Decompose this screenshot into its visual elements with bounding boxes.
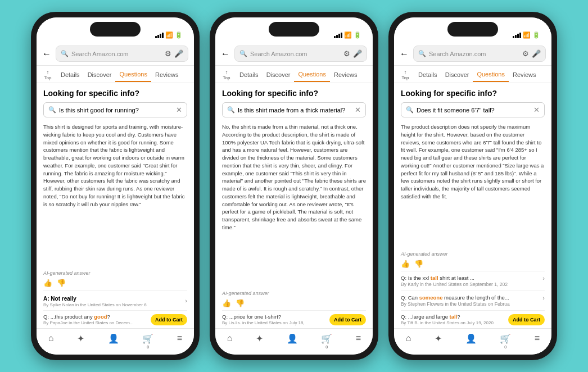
bottom-nav-3: ⌂ ✦ 👤 🛒 0 ≡ (394, 328, 551, 355)
nav-cart-3[interactable]: 🛒 0 (500, 333, 511, 349)
tab-discover-3[interactable]: Discover (441, 67, 473, 81)
settings-icon-2[interactable]: ⚙ (343, 49, 350, 58)
nav-home-1[interactable]: ⌂ (48, 333, 54, 349)
question-input-3[interactable]: 🔍 Does it fit someone 6'7" tall? ✕ (401, 102, 545, 117)
chevron-1[interactable]: › (185, 297, 187, 304)
tab-reviews-2[interactable]: Reviews (330, 67, 361, 81)
search-bar-1[interactable]: 🔍 Search Amazon.com ⚙ 🎤 (56, 46, 188, 62)
nav-profile-2[interactable]: 👤 (287, 333, 298, 349)
nav-star-2[interactable]: ✦ (256, 333, 263, 349)
content-area-1: Looking for specific info? 🔍 Is this shi… (37, 83, 194, 328)
phone-screen-1: 📶 🔋 ← 🔍 Search Amazon.com ⚙ 🎤 ↑ Top Det (37, 17, 194, 355)
star-icon-2: ✦ (256, 333, 263, 344)
star-icon-1: ✦ (77, 333, 84, 344)
nav-menu-1[interactable]: ≡ (177, 333, 182, 349)
tab-questions-2[interactable]: Questions (294, 66, 330, 82)
thumb-down-3[interactable]: 👎 (414, 260, 423, 268)
cart-icon-3: 🛒 (500, 333, 511, 344)
chevron-q2[interactable]: › (542, 294, 545, 301)
settings-icon-3[interactable]: ⚙ (522, 49, 529, 58)
phone-screen-3: 📶 🔋 ← 🔍 Search Amazon.com ⚙ 🎤 ↑ Top Deta… (394, 17, 551, 355)
thumb-up-3[interactable]: 👍 (401, 260, 410, 268)
nav-star-1[interactable]: ✦ (77, 333, 84, 349)
not-really-by-1: By Spike Nolan in the United States on N… (43, 302, 147, 307)
mic-icon-3[interactable]: 🎤 (532, 49, 541, 58)
profile-icon-1: 👤 (108, 333, 119, 344)
wifi-icon-3: 📶 (523, 31, 531, 39)
nav-menu-2[interactable]: ≡ (356, 333, 361, 349)
bottom-q-text-1: Q: ...this product any good? (43, 314, 147, 320)
home-icon-2: ⌂ (227, 333, 233, 343)
search-bar-3[interactable]: 🔍 Search Amazon.com ⚙ 🎤 (413, 46, 546, 62)
tab-top-3[interactable]: ↑ Top (396, 66, 414, 83)
tab-details-1[interactable]: Details (57, 67, 84, 81)
tab-top-1[interactable]: ↑ Top (39, 66, 57, 83)
signal-icon-3 (513, 33, 521, 38)
search-bar-2[interactable]: 🔍 Search Amazon.com ⚙ 🎤 (234, 46, 367, 62)
nav-star-3[interactable]: ✦ (435, 333, 442, 349)
add-to-cart-1[interactable]: Add to Cart (151, 314, 187, 325)
tab-discover-2[interactable]: Discover (263, 67, 295, 81)
tab-top-2[interactable]: ↑ Top (218, 66, 236, 83)
add-to-cart-3[interactable]: Add to Cart (508, 314, 545, 325)
search-text-1: Search Amazon.com (71, 51, 162, 57)
nav-profile-1[interactable]: 👤 (108, 333, 119, 349)
ai-label-3: AI-generated answer (401, 251, 545, 257)
highlight-someone: someone (419, 294, 443, 301)
nav-home-2[interactable]: ⌂ (227, 333, 233, 349)
section-title-2: Looking for specific info? (222, 89, 366, 98)
back-button-2[interactable]: ← (221, 49, 230, 59)
not-really-row-1: A: Not really By Spike Nolan in the Unit… (43, 290, 187, 310)
section-title-3: Looking for specific info? (401, 89, 545, 98)
highlight-good-1: good (94, 314, 107, 320)
tab-reviews-1[interactable]: Reviews (151, 67, 183, 81)
chevron-q1[interactable]: › (542, 275, 545, 282)
q-clear-2[interactable]: ✕ (355, 106, 361, 114)
tab-discover-1[interactable]: Discover (84, 67, 116, 81)
highlight-tall-1: tall (431, 275, 438, 281)
battery-icon-2: 🔋 (354, 31, 361, 39)
thumb-up-1[interactable]: 👍 (43, 279, 52, 287)
settings-icon-1[interactable]: ⚙ (165, 49, 171, 58)
q-row-1-phone3: Q: Is the xxl tall shirt at least ... By… (401, 271, 545, 291)
add-to-cart-2[interactable]: Add to Cart (329, 314, 366, 325)
nav-cart-2[interactable]: 🛒 0 (321, 333, 332, 349)
nav-cart-1[interactable]: 🛒 0 (142, 333, 153, 349)
answer-text-2: No, the shirt is made from a thin materi… (222, 123, 366, 287)
tab-details-2[interactable]: Details (236, 67, 263, 81)
search-text-3: Search Amazon.com (429, 51, 519, 57)
menu-icon-3: ≡ (535, 333, 540, 343)
status-icons-2: 📶 🔋 (334, 31, 361, 39)
question-input-2[interactable]: 🔍 Is this shirt made from a thick materi… (222, 102, 366, 117)
tab-details-3[interactable]: Details (414, 67, 441, 81)
content-area-3: Looking for specific info? 🔍 Does it fit… (394, 83, 551, 328)
search-text-2: Search Amazon.com (250, 51, 341, 57)
thumb-down-1[interactable]: 👎 (57, 279, 66, 287)
q-clear-1[interactable]: ✕ (176, 106, 182, 114)
cart-icon-2: 🛒 (321, 333, 332, 344)
menu-icon-1: ≡ (177, 333, 182, 343)
tab-reviews-3[interactable]: Reviews (509, 67, 540, 81)
tab-bar-1: ↑ Top Details Discover Questions Reviews (37, 66, 194, 83)
dynamic-island-2 (269, 22, 319, 37)
q-clear-3[interactable]: ✕ (533, 106, 540, 114)
mic-icon-1[interactable]: 🎤 (174, 49, 183, 58)
home-icon-1: ⌂ (48, 333, 54, 343)
nav-profile-3[interactable]: 👤 (465, 333, 477, 349)
thumbs-row-1: 👍 👎 (43, 279, 187, 287)
phone-2: 📶 🔋 ← 🔍 Search Amazon.com ⚙ 🎤 ↑ Top Deta… (210, 12, 378, 360)
nav-menu-3[interactable]: ≡ (535, 333, 540, 349)
cart-badge-3: 0 (504, 345, 506, 349)
tab-questions-3[interactable]: Questions (473, 66, 509, 82)
nav-home-3[interactable]: ⌂ (406, 333, 411, 349)
tab-questions-1[interactable]: Questions (115, 66, 151, 82)
bottom-q-row-2: Q: ...price for one t-shirt? By Lis.lis.… (222, 310, 366, 328)
mic-icon-2[interactable]: 🎤 (353, 49, 362, 58)
back-button-1[interactable]: ← (42, 49, 51, 59)
back-button-3[interactable]: ← (400, 49, 409, 59)
question-input-1[interactable]: 🔍 Is this shirt good for running? ✕ (43, 102, 187, 117)
thumb-up-2[interactable]: 👍 (222, 299, 231, 307)
thumb-down-2[interactable]: 👎 (236, 299, 245, 307)
highlight-tall-3: tall (450, 314, 458, 320)
search-icon-3: 🔍 (418, 50, 426, 57)
